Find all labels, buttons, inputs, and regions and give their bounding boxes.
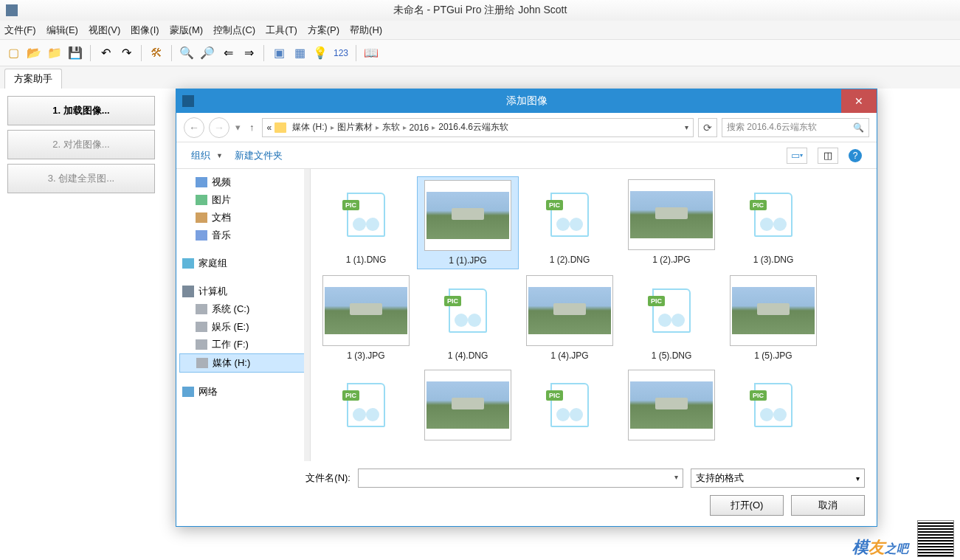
tree-network[interactable]: 网络 [179, 383, 307, 401]
file-item[interactable]: 1 (4).JPG [519, 272, 621, 364]
crumb-folder4[interactable]: 2016 [410, 122, 429, 133]
file-item[interactable]: PIC [519, 367, 621, 448]
dialog-body: 视频 图片 文档 音乐 家庭组 计算机 系统 (C:) 娱乐 (E:) 工作 (… [176, 169, 877, 461]
number-icon[interactable]: 123 [332, 44, 350, 62]
table-icon[interactable]: ▦ [291, 44, 308, 62]
new-folder-button[interactable]: 新建文件夹 [235, 149, 283, 162]
book-icon[interactable]: 📖 [362, 44, 380, 62]
tree-drive-e[interactable]: 娱乐 (E:) [179, 318, 307, 336]
tree-homegroup[interactable]: 家庭组 [179, 255, 307, 272]
refresh-icon[interactable]: ⟳ [698, 118, 717, 137]
tree-documents[interactable]: 文档 [179, 209, 307, 227]
chevron-right-icon: ▸ [403, 123, 407, 131]
bulb-icon[interactable]: 💡 [311, 44, 329, 62]
file-item[interactable]: 1 (3).JPG [315, 272, 417, 364]
tree-computer[interactable]: 计算机 [179, 283, 307, 300]
video-icon [196, 177, 207, 187]
picture-icon [196, 195, 207, 205]
crumb-folder2[interactable]: 图片素材 [337, 121, 373, 134]
view-mode-icon[interactable]: ▭▾ [787, 148, 807, 164]
open-button[interactable]: 打开(O) [710, 495, 784, 516]
wizard-align-images[interactable]: 2. 对准图像... [7, 130, 155, 159]
file-name: 1 (1).JPG [449, 255, 486, 266]
file-item[interactable]: PIC1 (4).DNG [417, 272, 519, 364]
watermark-logo: 模友之吧 [852, 536, 908, 559]
menu-help[interactable]: 帮助(H) [350, 24, 382, 37]
nav-forward-icon[interactable]: → [209, 117, 229, 138]
tree-pictures[interactable]: 图片 [179, 191, 307, 209]
nav-history-dropdown[interactable]: ▾ [234, 122, 242, 133]
dng-thumbnail: PIC [424, 275, 511, 346]
tree-videos[interactable]: 视频 [179, 173, 307, 191]
file-item[interactable] [417, 367, 519, 448]
file-item[interactable]: PIC1 (3).DNG [722, 176, 824, 269]
file-item[interactable]: PIC [722, 367, 824, 448]
format-select[interactable]: 支持的格式▾ [691, 469, 865, 488]
folder-icon [274, 122, 286, 133]
tree-drive-f[interactable]: 工作 (F:) [179, 336, 307, 353]
file-item[interactable]: 1 (2).JPG [621, 176, 722, 269]
crumb-drive[interactable]: 媒体 (H:) [292, 121, 327, 134]
wizard-create-panorama[interactable]: 3. 创建全景图... [7, 164, 155, 193]
filename-input[interactable]: ▾ [358, 469, 683, 488]
search-input[interactable]: 搜索 2016.4.6云端东软 🔍 [722, 118, 869, 137]
open-icon[interactable]: 📂 [25, 44, 43, 62]
menu-project[interactable]: 方案(P) [308, 24, 339, 37]
tree-music[interactable]: 音乐 [179, 227, 307, 244]
crumb-folder5[interactable]: 2016.4.6云端东软 [438, 121, 508, 134]
tree-drive-h[interactable]: 媒体 (H:) [179, 353, 307, 373]
breadcrumb[interactable]: « 媒体 (H:)▸ 图片素材▸ 东软▸ 2016▸ 2016.4.6云端东软 … [262, 118, 694, 137]
tab-wizard[interactable]: 方案助手 [4, 69, 62, 89]
menu-edit[interactable]: 编辑(E) [46, 24, 78, 37]
prev-icon[interactable]: ⇐ [219, 44, 237, 62]
music-icon [196, 230, 207, 241]
zoomin-icon[interactable]: 🔍 [178, 44, 196, 62]
tools-icon[interactable]: 🛠 [148, 44, 165, 62]
drive-icon [196, 322, 207, 332]
window-icon[interactable]: ▣ [270, 44, 288, 62]
nav-up-icon[interactable]: ↑ [246, 122, 258, 133]
menu-file[interactable]: 文件(F) [4, 24, 36, 37]
open2-icon[interactable]: 📁 [46, 44, 63, 62]
undo-icon[interactable]: ↶ [97, 44, 114, 62]
help-icon[interactable]: ? [849, 149, 862, 162]
crumb-folder3[interactable]: 东软 [382, 121, 400, 134]
dropdown-icon[interactable]: ▼ [216, 152, 223, 159]
dng-thumbnail: PIC [322, 179, 410, 250]
file-name: 1 (4).DNG [448, 350, 488, 361]
next-icon[interactable]: ⇒ [240, 44, 258, 62]
file-name: 1 (4).JPG [550, 350, 588, 361]
new-icon[interactable]: ▢ [4, 44, 22, 62]
document-icon [196, 212, 207, 223]
menu-view[interactable]: 视图(V) [89, 24, 120, 37]
file-item[interactable]: PIC1 (1).DNG [315, 176, 417, 269]
homegroup-icon [182, 258, 194, 269]
dialog-toolbar: 组织 ▼ 新建文件夹 ▭▾ ◫ ? [176, 142, 877, 169]
close-icon[interactable]: ✕ [841, 89, 877, 113]
separator [356, 45, 356, 61]
menu-controlpoints[interactable]: 控制点(C) [213, 24, 255, 37]
tree-label: 网络 [198, 385, 218, 398]
separator [171, 45, 172, 61]
preview-pane-icon[interactable]: ◫ [818, 148, 838, 164]
zoomout-icon[interactable]: 🔎 [198, 44, 216, 62]
file-item[interactable]: PIC [315, 367, 417, 448]
file-item[interactable]: 1 (1).JPG [417, 176, 519, 269]
file-item[interactable]: PIC1 (2).DNG [519, 176, 621, 269]
menu-mask[interactable]: 蒙版(M) [170, 24, 204, 37]
nav-back-icon[interactable]: ← [184, 117, 204, 138]
tree-drive-c[interactable]: 系统 (C:) [179, 300, 307, 318]
file-item[interactable] [621, 367, 722, 448]
organize-button[interactable]: 组织 [191, 149, 210, 162]
cancel-button[interactable]: 取消 [791, 495, 865, 516]
wizard-load-images[interactable]: 1. 加载图像... [7, 96, 155, 125]
crumb-dropdown-icon[interactable]: ▾ [685, 123, 688, 131]
menu-image[interactable]: 图像(I) [131, 24, 159, 37]
computer-icon [182, 286, 194, 297]
redo-icon[interactable]: ↷ [117, 44, 135, 62]
folder-tree: 视频 图片 文档 音乐 家庭组 计算机 系统 (C:) 娱乐 (E:) 工作 (… [176, 169, 311, 461]
file-item[interactable]: 1 (5).JPG [722, 272, 824, 364]
file-item[interactable]: PIC1 (5).DNG [621, 272, 722, 364]
save-icon[interactable]: 💾 [66, 44, 84, 62]
menu-tools[interactable]: 工具(T) [266, 24, 297, 37]
